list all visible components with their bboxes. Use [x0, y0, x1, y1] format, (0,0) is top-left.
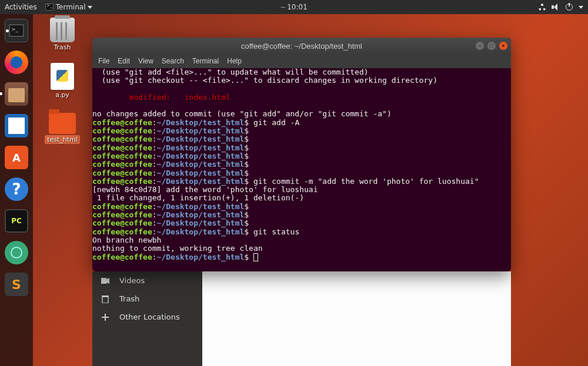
terminal-line: [newbh 84c0d78] add the word 'photo' for… [92, 185, 318, 194]
terminal-line-modified-label: modified: [92, 93, 185, 102]
prompt-path: ~/Desktop/test_html [157, 143, 245, 152]
power-icon [566, 4, 573, 11]
trash-icon [50, 18, 75, 42]
window-close-button[interactable]: × [499, 42, 507, 50]
prompt-sep: : [152, 126, 157, 135]
prompt-sep: : [152, 227, 157, 236]
terminal-cmd: git add -A [249, 118, 299, 127]
desktop-file-apy[interactable]: a.py [44, 63, 81, 99]
files-sidebar: Videos Trash Other Locations [92, 271, 202, 366]
prompt-sep: : [152, 118, 157, 127]
system-status-area[interactable] [539, 4, 583, 11]
prompt-sep: : [152, 160, 157, 169]
app-indicator[interactable]: Terminal [45, 3, 93, 11]
dock-ubuntu-software[interactable] [5, 146, 28, 169]
prompt-path: ~/Desktop/test_html [157, 253, 245, 261]
prompt-user: coffee@coffee [92, 126, 152, 135]
prompt-path: ~/Desktop/test_html [157, 126, 245, 135]
prompt-user: coffee@coffee [92, 227, 152, 236]
sound-icon [552, 4, 560, 11]
window-maximize-button[interactable]: □ [487, 42, 496, 50]
prompt-sep: : [152, 219, 157, 227]
clock[interactable]: — 10:01 [280, 3, 308, 11]
terminal-window: coffee@coffee: ~/Desktop/test_html – □ ×… [92, 38, 511, 271]
files-content-pane[interactable] [202, 271, 511, 366]
prompt-sym: $ [244, 227, 249, 236]
prompt-sep: : [152, 169, 157, 177]
prompt-sep: : [152, 253, 157, 261]
prompt-sym: $ [244, 143, 249, 152]
menu-file[interactable]: File [98, 57, 109, 65]
sidebar-item-label: Videos [119, 276, 145, 285]
terminal-line: (use "git add <file>..." to update what … [92, 68, 369, 76]
dock-terminal[interactable]: >_ [5, 19, 28, 42]
prompt-user: coffee@coffee [92, 253, 152, 261]
dock-pycharm[interactable]: PC [5, 209, 28, 233]
prompt-path: ~/Desktop/test_html [157, 118, 245, 127]
prompt-sym: $ [244, 169, 249, 177]
desktop-trash[interactable]: Trash [44, 18, 81, 51]
prompt-path: ~/Desktop/test_html [157, 177, 245, 186]
terminal-titlebar[interactable]: coffee@coffee: ~/Desktop/test_html – □ × [92, 38, 511, 54]
window-title: coffee@coffee: ~/Desktop/test_html [241, 42, 362, 51]
prompt-path: ~/Desktop/test_html [157, 210, 245, 219]
svg-marker-3 [106, 278, 109, 284]
prompt-user: coffee@coffee [92, 152, 152, 160]
dock-firefox[interactable] [5, 51, 28, 74]
svg-rect-2 [101, 278, 106, 284]
sidebar-item-videos[interactable]: Videos [92, 271, 202, 290]
prompt-sym: $ [244, 118, 249, 127]
menu-terminal[interactable]: Terminal [192, 57, 219, 65]
dock-libreoffice-writer[interactable] [5, 114, 28, 137]
desktop-icon-label: Trash [54, 43, 71, 51]
dock-atom[interactable] [5, 241, 28, 264]
prompt-sym: $ [244, 202, 249, 211]
terminal-line: On branch newbh [92, 236, 161, 244]
terminal-line: no changes added to commit (use "git add… [92, 109, 392, 118]
menu-edit[interactable]: Edit [118, 57, 130, 65]
svg-rect-5 [102, 296, 109, 297]
prompt-user: coffee@coffee [92, 135, 152, 143]
menu-view[interactable]: View [138, 57, 153, 65]
prompt-path: ~/Desktop/test_html [157, 169, 245, 177]
terminal-cursor [253, 253, 258, 261]
desktop-folder-test-html[interactable]: test_html [44, 110, 81, 144]
prompt-sep: : [152, 202, 157, 211]
app-indicator-label: Terminal [56, 3, 86, 11]
trash-icon [101, 295, 110, 303]
prompt-user: coffee@coffee [92, 219, 152, 227]
sidebar-item-label: Trash [119, 294, 139, 303]
video-icon [101, 277, 110, 284]
terminal-line: 1 file changed, 1 insertion(+), 1 deleti… [92, 193, 304, 202]
prompt-user: coffee@coffee [92, 143, 152, 152]
terminal-cmd: git status [249, 227, 299, 236]
menu-search[interactable]: Search [162, 57, 184, 65]
terminal-menubar: File Edit View Search Terminal Help [92, 54, 511, 68]
plus-icon [101, 314, 110, 321]
prompt-user: coffee@coffee [92, 160, 152, 169]
python-file-icon [51, 63, 74, 90]
prompt-path: ~/Desktop/test_html [157, 219, 245, 227]
sidebar-item-trash[interactable]: Trash [92, 290, 202, 308]
dock-help[interactable]: ? [5, 177, 28, 201]
prompt-sym: $ [244, 210, 249, 219]
prompt-path: ~/Desktop/test_html [157, 160, 245, 169]
dock: >_ ? PC S [0, 14, 33, 366]
chevron-down-icon [88, 6, 92, 9]
terminal-body[interactable]: (use "git add <file>..." to update what … [92, 68, 511, 264]
prompt-sep: : [152, 135, 157, 143]
window-minimize-button[interactable]: – [476, 42, 484, 50]
network-icon [539, 4, 546, 11]
dock-sublime[interactable]: S [5, 273, 28, 296]
terminal-cmd: git commit -m "add the word 'photo' for … [249, 177, 479, 186]
prompt-sep: : [152, 210, 157, 219]
prompt-sym: $ [244, 135, 249, 143]
sidebar-item-other-locations[interactable]: Other Locations [92, 308, 202, 326]
running-indicator-dot [6, 29, 9, 32]
activities-button[interactable]: Activities [5, 3, 37, 11]
dock-files[interactable] [5, 82, 28, 106]
prompt-sep: : [152, 177, 157, 186]
terminal-space [249, 253, 253, 261]
svg-rect-7 [102, 317, 109, 318]
menu-help[interactable]: Help [227, 57, 242, 65]
